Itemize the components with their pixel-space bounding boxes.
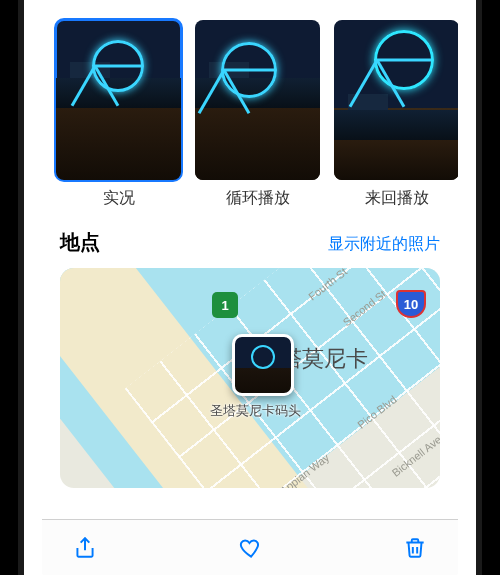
effect-option-loop[interactable]: 循环播放 [195,20,320,209]
effect-label: 来回播放 [334,188,458,209]
highway-shield-10: 10 [396,290,426,318]
trash-icon [402,535,428,561]
effect-option-live[interactable]: 实况 [56,20,181,209]
highway-shield-1: 1 [212,292,238,318]
favorite-button[interactable] [235,533,265,563]
effect-thumbnail [334,20,458,180]
heart-icon [237,535,263,561]
places-map[interactable]: 1 10 Fourth St Second St Appian Way Pico… [60,268,440,488]
live-photo-effects-row: 实况 循环播放 来回播放 [42,0,458,215]
delete-button[interactable] [400,533,430,563]
effect-thumbnail [195,20,320,180]
effect-option-bounce[interactable]: 来回播放 [334,20,458,209]
share-button[interactable] [70,533,100,563]
show-nearby-photos-link[interactable]: 显示附近的照片 [328,234,440,255]
bottom-toolbar [42,519,458,575]
effect-label: 实况 [56,188,181,209]
map-pin-label: 圣塔莫尼卡码头 [210,402,301,420]
effect-label: 循环播放 [195,188,320,209]
places-title: 地点 [60,229,100,256]
screen: 实况 循环播放 来回播放 [42,0,458,575]
device-frame: 实况 循环播放 来回播放 [0,0,500,575]
places-section-header: 地点 显示附近的照片 [42,215,458,264]
effect-thumbnail [56,20,181,180]
map-photo-pin[interactable] [232,334,294,396]
share-icon [72,535,98,561]
